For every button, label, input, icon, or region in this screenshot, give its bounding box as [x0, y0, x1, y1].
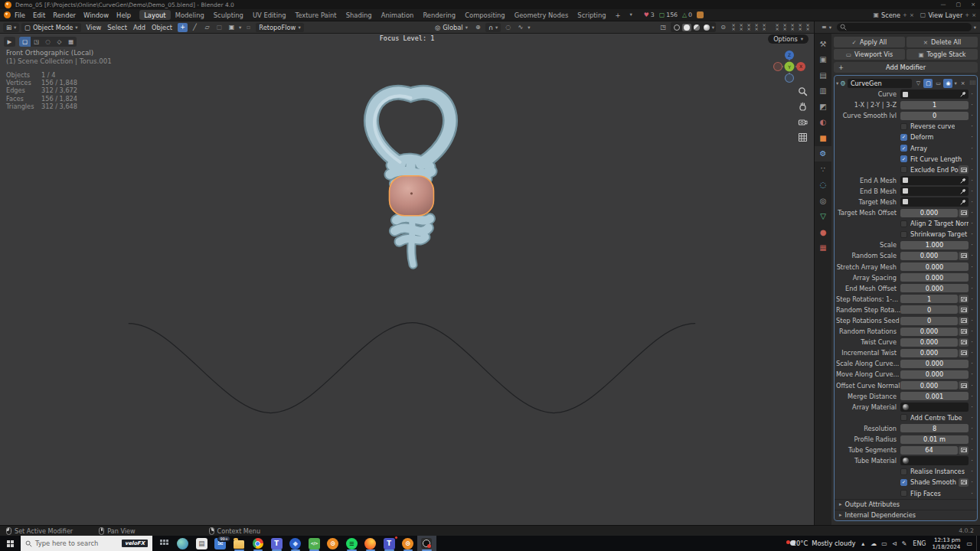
checkbox-align-2-target-normals[interactable]: [900, 220, 907, 227]
value-slider-scale-along-curve[interactable]: 0.000: [900, 360, 969, 368]
view-layer-selector[interactable]: ▢ View Layer + ×: [920, 11, 976, 19]
onedrive-icon[interactable]: ☁: [871, 540, 877, 547]
unknown-toggle-icon[interactable]: × ×: [730, 24, 737, 31]
show-desktop-button[interactable]: [976, 536, 980, 551]
modifier-name-field[interactable]: CurveGen: [848, 79, 913, 88]
keyframe-button[interactable]: [959, 328, 969, 336]
falloff-button[interactable]: ∿: [515, 23, 525, 32]
rendered-shading-button[interactable]: [702, 24, 711, 31]
keyframe-button[interactable]: [959, 478, 969, 487]
workspace-tab-layout[interactable]: Layout: [139, 10, 170, 20]
tab-physics[interactable]: ◌: [815, 178, 831, 194]
value-slider-merge-distance[interactable]: 0.001: [900, 392, 969, 400]
select-lasso-tool[interactable]: ◇: [54, 37, 65, 47]
language-indicator[interactable]: ENG: [913, 540, 926, 547]
scene-selector[interactable]: ▣ Scene + ×: [874, 11, 914, 19]
mail-app-icon[interactable]: ✉99+: [211, 536, 230, 551]
value-slider-stretch-array-mesh[interactable]: 0.000: [900, 262, 969, 271]
tab-world[interactable]: ◐: [815, 115, 831, 131]
value-slider-profile-radius[interactable]: 0.01 m: [900, 435, 969, 444]
navigation-gizmo[interactable]: Z X Y: [771, 48, 808, 85]
unknown-toggle-icon[interactable]: × ×: [774, 24, 780, 31]
unknown-toggle-icon[interactable]: × ×: [746, 24, 752, 31]
keyframe-button[interactable]: [959, 446, 969, 455]
minimize-button[interactable]: —: [941, 2, 946, 8]
checkbox-realise-instances[interactable]: [900, 468, 907, 475]
proportional-edit-button[interactable]: ◌: [503, 23, 513, 32]
tab-scene[interactable]: ◩: [815, 99, 831, 115]
cursor-tool[interactable]: ▦: [65, 37, 77, 47]
unlink-scene-icon[interactable]: ×: [910, 12, 914, 18]
unknown-toggle-icon[interactable]: × ×: [738, 24, 744, 31]
retopoflow-menu[interactable]: RetopoFlow ▾: [256, 23, 303, 32]
select-circle-tool[interactable]: ◌: [42, 37, 54, 47]
tab-tool[interactable]: ⚒: [815, 36, 831, 52]
chevron-down-icon[interactable]: ▾: [712, 24, 714, 31]
keyframe-button[interactable]: [959, 305, 969, 314]
eyedropper-icon[interactable]: [960, 91, 966, 97]
unknown-toggle-icon[interactable]: × ×: [782, 24, 788, 31]
photos-app-icon[interactable]: ◆: [286, 536, 305, 551]
tab-material[interactable]: ●: [815, 224, 831, 240]
taskbar-search-input[interactable]: Type here to search veloFX: [21, 536, 152, 551]
extra-tool-button[interactable]: ▫: [243, 23, 253, 32]
chevron-down-icon[interactable]: ▾: [239, 24, 241, 31]
teams-2-app-icon[interactable]: T: [380, 536, 399, 551]
drag-handle-icon[interactable]: ⠿⠿: [969, 80, 975, 86]
keyframe-button[interactable]: [959, 252, 969, 260]
viewport-vis-button[interactable]: ▭Viewport Vis: [834, 49, 905, 60]
value-slider-move-along-curve[interactable]: 0.000: [900, 370, 969, 379]
unknown-toggle-icon[interactable]: × ×: [797, 24, 803, 31]
properties-editor-type-button[interactable]: ≡ ▾: [818, 23, 835, 31]
select-tool-button[interactable]: ▢: [214, 23, 224, 32]
workspace-tab-rendering[interactable]: Rendering: [418, 10, 460, 20]
chrome-browser-icon[interactable]: [249, 536, 268, 551]
menu-help[interactable]: Help: [113, 11, 135, 20]
gizmo-minus-z-axis[interactable]: [786, 74, 794, 83]
wireframe-shading-button[interactable]: [672, 24, 681, 31]
mode-dropdown[interactable]: ▢ Object Mode ▾: [21, 23, 80, 32]
workspace-tab-shading[interactable]: Shading: [341, 10, 377, 20]
annotate-tool-button[interactable]: ╱: [190, 23, 200, 32]
orientation-dropdown[interactable]: ◎ Global ▾: [432, 23, 471, 32]
taskbar-clock[interactable]: 12:13 pm 1/18/2024: [933, 536, 961, 551]
workspace-tab-modeling[interactable]: Modeling: [171, 10, 209, 20]
vscode-app-icon[interactable]: </>: [305, 536, 324, 551]
keyframe-button[interactable]: [959, 317, 969, 325]
store-app-icon[interactable]: ▤: [192, 536, 211, 551]
material-picker-array-material[interactable]: [900, 403, 969, 412]
grab-tool-button[interactable]: ▱: [202, 23, 212, 32]
modifier-extras-icon[interactable]: ▾: [954, 80, 956, 86]
menu-render[interactable]: Render: [49, 11, 80, 20]
keyframe-button[interactable]: [959, 209, 969, 217]
file-explorer-icon[interactable]: [230, 536, 249, 551]
value-slider-incremental-twist[interactable]: 0.000: [900, 349, 958, 357]
properties-search-input[interactable]: [837, 23, 972, 31]
keyframe-button[interactable]: [959, 338, 969, 347]
close-button[interactable]: ×: [971, 2, 975, 8]
capture-app-icon[interactable]: [417, 536, 436, 551]
new-scene-icon[interactable]: +: [903, 12, 907, 18]
tab-view-layer[interactable]: ▥: [815, 83, 831, 99]
task-view-button[interactable]: [155, 536, 174, 551]
checkbox-exclude-end-points[interactable]: [900, 166, 907, 173]
menu-window[interactable]: Window: [80, 11, 113, 20]
options-dropdown[interactable]: Options ▾: [768, 34, 808, 44]
weather-widget[interactable]: 20°C Mostly cloudy: [789, 540, 856, 547]
keyboard-icon[interactable]: ▭: [881, 540, 887, 547]
editor-type-button[interactable]: ⊞ ▾: [3, 23, 19, 32]
camera-view-icon[interactable]: [798, 117, 808, 127]
volume-icon[interactable]: ⊲: [892, 540, 897, 547]
show-in-viewport-toggle[interactable]: ▭: [933, 79, 942, 88]
measure-tool-button[interactable]: ▣: [227, 23, 237, 32]
delete-modifier-button[interactable]: ×: [959, 79, 968, 88]
workspace-tab-geometry-nodes[interactable]: Geometry Nodes: [510, 10, 573, 20]
object-picker-target-mesh[interactable]: [900, 197, 969, 207]
workspace-tab-sculpting[interactable]: Sculpting: [209, 10, 248, 20]
value-slider-target-mesh-offset[interactable]: 0.000: [900, 209, 958, 217]
keyframe-button[interactable]: [959, 165, 969, 174]
value-slider-1-x-2-y-3-z[interactable]: 1: [900, 101, 969, 109]
value-slider-twist-curve[interactable]: 0.000: [900, 338, 958, 347]
pivot-point-button[interactable]: ⊕: [473, 23, 483, 32]
checkbox-add-centre-tube[interactable]: [900, 414, 907, 421]
